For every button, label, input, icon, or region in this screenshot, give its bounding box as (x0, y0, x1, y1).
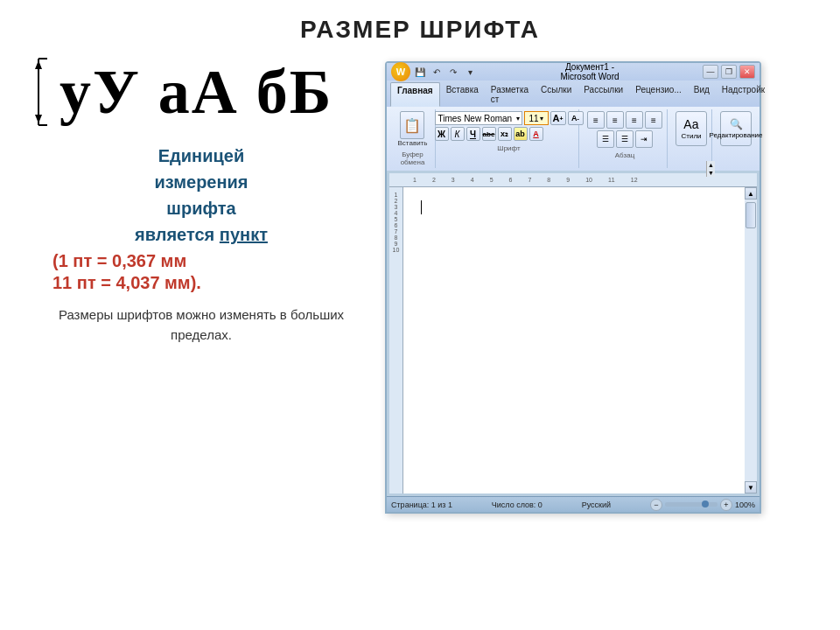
dropdown-scrollbar[interactable]: ▲ ▼ (706, 161, 715, 177)
page-title: РАЗМЕР ШРИФТА (300, 16, 540, 43)
font-size-dropdown-panel: 8 9 10 11 12 14 16 18 20 22 24 26 28 36 … (706, 161, 715, 177)
font-name-value: Times New Roman (438, 114, 513, 123)
font-label: Шрифт (497, 144, 520, 152)
font-name-row: Times New Roman ▾ 11 ▾ A+ A- (435, 111, 584, 125)
italic-button[interactable]: К (451, 127, 465, 141)
text-cursor (421, 200, 422, 214)
office-logo[interactable]: W (391, 62, 410, 81)
bold-button[interactable]: Ж (435, 127, 449, 141)
editing-label: Редактирование (710, 131, 763, 139)
undo-button[interactable]: ↶ (430, 65, 444, 79)
scroll-down-button[interactable]: ▼ (745, 481, 757, 494)
vertical-scrollbar[interactable]: ▲ ▼ (745, 187, 757, 494)
zoom-area: − + 100% (650, 499, 755, 511)
numbered-list-button[interactable]: ☰ (616, 130, 634, 148)
styles-icon: Аа (683, 117, 698, 131)
formula1: (1 пт = 0,367 мм (35, 251, 368, 271)
dropdown-scroll-down[interactable]: ▼ (707, 169, 715, 177)
ruler-marks: 123456789101112 (409, 177, 638, 183)
tab-review[interactable]: Рецензио... (629, 82, 688, 107)
strikethrough-button[interactable]: abe (482, 127, 496, 141)
para-row1: ≡ ≡ ≡ ≡ (587, 111, 662, 129)
close-button[interactable]: ✕ (739, 65, 755, 79)
redo-button[interactable]: ↷ (446, 65, 460, 79)
desc-line1: Единицей измерения шрифта является пункт (35, 143, 368, 248)
paste-icon: 📋 (400, 111, 424, 139)
page-title-section: РАЗМЕР ШРИФТА (0, 0, 840, 52)
tab-addins[interactable]: Надстройк (716, 82, 771, 107)
editing-group: 🔍 Редактирование (716, 109, 756, 168)
underline-button[interactable]: Ч (466, 127, 480, 141)
font-name-input[interactable]: Times New Roman ▾ (435, 111, 522, 125)
doc-scroll-area: 12345678910 ▲ ▼ (389, 187, 757, 494)
size-bracket (26, 57, 51, 127)
formula2: 11 пт = 4,037 мм). (35, 273, 368, 293)
tab-mailings[interactable]: Рассылки (578, 82, 629, 107)
ruler-horizontal: 123456789101112 (389, 173, 757, 187)
para-content: ≡ ≡ ≡ ≡ ☰ ☰ ⇥ (587, 111, 662, 148)
align-left-button[interactable]: ≡ (587, 111, 605, 129)
bullet-list-button[interactable]: ☰ (597, 130, 614, 148)
paste-button[interactable]: 📋 Вставить (398, 111, 428, 147)
para-row2: ☰ ☰ ⇥ (597, 130, 653, 148)
description-section: Единицей измерения шрифта является пункт… (26, 143, 368, 345)
window-title: Документ1 - Microsoft Word (554, 62, 626, 81)
styles-button[interactable]: Аа Стили (676, 111, 707, 146)
zoom-slider[interactable] (665, 502, 718, 507)
tab-view[interactable]: Вид (688, 82, 716, 107)
page-container: РАЗМЕР ШРИФТА уУ аА бБ (0, 0, 840, 630)
document-area: 123456789101112 12345678910 ▲ (387, 171, 760, 496)
clipboard-content: 📋 Вставить (398, 111, 428, 147)
document-page[interactable] (403, 187, 745, 494)
font-size-input[interactable]: 11 ▾ (524, 111, 549, 125)
font-demo: уУ аА бБ (26, 57, 368, 127)
zoom-out-button[interactable]: − (650, 499, 662, 511)
highlight-button[interactable]: ab (514, 127, 528, 141)
font-format-row: Ж К Ч abe x₂ ab A (435, 127, 543, 141)
minimize-button[interactable]: — (703, 65, 718, 79)
quick-access-toolbar: W 💾 ↶ ↷ ▾ Документ1 - Microsoft Word — ❐… (387, 63, 760, 80)
svg-marker-4 (35, 115, 42, 123)
save-button[interactable]: 💾 (413, 65, 427, 79)
left-panel: уУ аА бБ Единицей измерения шрифта являе… (26, 52, 368, 514)
paragraph-group: ≡ ≡ ≡ ≡ ☰ ☰ ⇥ Абзац (583, 109, 668, 168)
scroll-track[interactable] (745, 200, 757, 481)
language-status: Русский (582, 500, 611, 509)
quick-dropdown[interactable]: ▾ (463, 65, 477, 79)
scroll-up-button[interactable]: ▲ (745, 187, 757, 200)
dropdown-scroll-up[interactable]: ▲ (707, 161, 715, 169)
font-group: Times New Roman ▾ 11 ▾ A+ A- (439, 109, 579, 168)
restore-button[interactable]: ❐ (721, 65, 737, 79)
zoom-thumb[interactable] (702, 500, 709, 508)
ribbon-tabs: Главная Вставка Разметка ст Ссылки Рассы… (387, 80, 760, 107)
ribbon-content: 📋 Вставить Буфер обмена Times New Roman (387, 107, 760, 171)
editing-button[interactable]: 🔍 Редактирование (720, 111, 752, 146)
ruler-vertical: 12345678910 (389, 187, 403, 494)
content-area: уУ аА бБ Единицей измерения шрифта являе… (0, 52, 840, 514)
paste-label: Вставить (398, 139, 428, 147)
font-size-dropdown-icon: ▾ (540, 115, 543, 122)
zoom-level: 100% (735, 500, 755, 509)
tab-home[interactable]: Главная (390, 82, 440, 107)
font-demo-text: уУ аА бБ (60, 60, 332, 123)
paragraph-label: Абзац (615, 151, 634, 159)
text-color-button[interactable]: A (529, 127, 543, 141)
font-name-dropdown-icon: ▾ (516, 115, 520, 122)
styles-label: Стили (681, 132, 701, 140)
shrink-font-button[interactable]: A- (568, 111, 584, 125)
grow-font-button[interactable]: A+ (550, 111, 566, 125)
indent-button[interactable]: ⇥ (635, 130, 653, 148)
word-window: W 💾 ↶ ↷ ▾ Документ1 - Microsoft Word — ❐… (385, 61, 761, 514)
page-status: Страница: 1 из 1 (391, 500, 452, 509)
tab-references[interactable]: Ссылки (535, 82, 578, 107)
styles-group: Аа Стили (671, 109, 712, 168)
tab-insert[interactable]: Вставка (440, 82, 485, 107)
subscript-button[interactable]: x₂ (498, 127, 512, 141)
zoom-in-button[interactable]: + (720, 499, 732, 511)
scroll-thumb[interactable] (746, 202, 756, 228)
desc-prefix: является (135, 225, 220, 244)
tab-layout[interactable]: Разметка ст (485, 82, 535, 107)
align-center-button[interactable]: ≡ (606, 111, 624, 129)
justify-button[interactable]: ≡ (645, 111, 662, 129)
align-right-button[interactable]: ≡ (626, 111, 643, 129)
